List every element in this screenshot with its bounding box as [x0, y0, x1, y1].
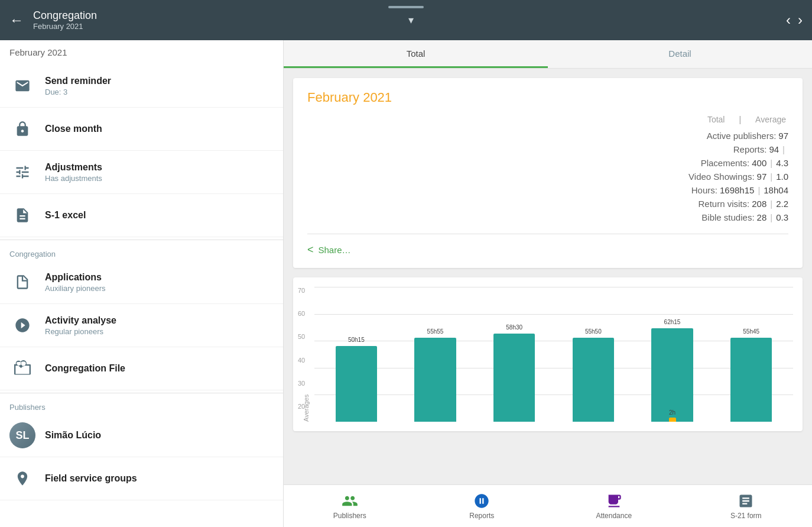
stats-row-bible: Bible studies: 28 | 0.3 [307, 211, 788, 224]
congregation-file-icon [9, 355, 35, 381]
stats-card: February 2021 Total | Average Active pub… [293, 78, 803, 268]
next-arrow[interactable]: › [798, 12, 803, 28]
sidebar-section-date: February 2021 [0, 40, 283, 64]
nav-attendance-label: Attendance [596, 512, 632, 520]
reminder-icon [9, 73, 35, 99]
nav-publishers-label: Publishers [333, 512, 366, 520]
tabs-bar: Total Detail [284, 40, 812, 69]
stats-row-reports: Reports: 94 | [307, 143, 788, 156]
activity-analyse-label: Activity analyse [45, 315, 116, 326]
bar-label-6: 55h45 [743, 328, 759, 335]
field-service-groups-text: Field service groups [45, 473, 137, 484]
publisher-name: Simão Lúcio [45, 430, 101, 441]
applications-label: Applications [45, 272, 106, 283]
video-avg: 1.0 [776, 172, 788, 182]
applications-text: Applications Auxiliary pioneers [45, 272, 106, 293]
placements-avg: 4.3 [776, 158, 788, 168]
video-label: Video Showings: [688, 172, 754, 182]
col-total-header: Total [707, 115, 725, 124]
bar-2: 55h55 [414, 338, 456, 422]
excel-icon [9, 202, 35, 228]
sidebar-item-send-reminder[interactable]: Send reminder Due: 3 [0, 64, 283, 108]
adjustments-label: Adjustments [45, 162, 102, 173]
nav-publishers[interactable]: Publishers [284, 485, 416, 527]
sidebar-item-congregation-file[interactable]: Congregation File [0, 347, 283, 390]
send-reminder-text: Send reminder Due: 3 [45, 76, 111, 96]
field-service-icon [9, 465, 35, 492]
header-title: Congregation [33, 9, 406, 22]
send-reminder-sublabel: Due: 3 [45, 88, 111, 96]
active-publishers-total: 97 [778, 131, 788, 141]
reports-total: 94 [769, 144, 779, 154]
placements-sep: | [770, 158, 772, 168]
publishers-section-label: Publishers [0, 396, 283, 414]
stats-row-video: Video Showings: 97 | 1.0 [307, 170, 788, 183]
content-area: February 2021 Total | Average Active pub… [284, 69, 812, 484]
nav-s21form[interactable]: S-21 form [680, 485, 813, 527]
send-reminder-label: Send reminder [45, 76, 111, 86]
publisher-avatar: SL [9, 422, 35, 448]
bar-label-5-small: 2h [669, 409, 675, 416]
bible-avg: 0.3 [776, 212, 788, 222]
sidebar-item-applications[interactable]: Applications Auxiliary pioneers [0, 261, 283, 304]
stats-row-placements: Placements: 400 | 4.3 [307, 156, 788, 170]
applications-icon [9, 269, 35, 295]
y-label-70: 70 [298, 287, 305, 294]
bar-group-6: 55h45 [714, 315, 788, 422]
publishers-icon [342, 493, 358, 509]
stats-row-hours: Hours: 1698h15 | 18h04 [307, 183, 788, 197]
share-button[interactable]: < Share… [307, 244, 788, 256]
sidebar-item-publisher[interactable]: SL Simão Lúcio [0, 414, 283, 457]
chart-card: Averages 70 60 50 40 30 20 [293, 277, 803, 431]
dropdown-icon[interactable]: ▾ [408, 14, 414, 27]
bottom-nav: Publishers Reports Attendance S-21 form [284, 484, 812, 527]
return-sep: | [770, 199, 772, 209]
bible-sep: | [770, 212, 772, 222]
y-label-30: 30 [298, 380, 305, 387]
bar-4: 55h50 [573, 338, 615, 422]
hours-label: Hours: [691, 185, 717, 195]
s1-excel-label: S-1 excel [45, 210, 86, 221]
prev-arrow[interactable]: ‹ [786, 12, 791, 28]
reports-label: Reports: [733, 144, 767, 154]
bar-group-5: 62h15 2h [635, 315, 710, 422]
sidebar-item-adjustments[interactable]: Adjustments Has adjustments [0, 151, 283, 194]
tab-detail[interactable]: Detail [548, 40, 812, 68]
divider-congregation [0, 240, 283, 240]
bar-group-2: 55h55 [398, 315, 473, 422]
sidebar-item-field-service-groups[interactable]: Field service groups [0, 457, 283, 500]
y-label-20: 20 [298, 403, 305, 410]
placements-label: Placements: [701, 158, 750, 168]
lock-icon [9, 116, 35, 142]
nav-reports[interactable]: Reports [416, 485, 548, 527]
chart-container: Averages 70 60 50 40 30 20 [303, 287, 793, 422]
congregation-section-label: Congregation [0, 243, 283, 261]
sidebar-item-close-month[interactable]: Close month [0, 108, 283, 151]
header-subtitle: February 2021 [33, 22, 406, 31]
applications-sublabel: Auxiliary pioneers [45, 284, 106, 293]
back-button[interactable]: ← [9, 12, 24, 28]
stats-row-active: Active publishers: 97 [307, 129, 788, 143]
y-label-50: 50 [298, 333, 305, 340]
close-month-text: Close month [45, 124, 102, 134]
sidebar-item-activity-analyse[interactable]: Activity analyse Regular pioneers [0, 304, 283, 347]
bar-6: 55h45 [730, 338, 772, 422]
nav-s21form-label: S-21 form [730, 512, 762, 520]
nav-arrows: ‹ › [786, 12, 803, 28]
stats-row-return: Return visits: 208 | 2.2 [307, 197, 788, 211]
main-content: February 2021 Send reminder Due: 3 Close… [0, 40, 812, 527]
placements-total: 400 [752, 158, 766, 168]
bible-label: Bible studies: [701, 212, 754, 222]
return-avg: 2.2 [776, 199, 788, 209]
share-label: Share… [319, 245, 351, 255]
publisher-text: Simão Lúcio [45, 430, 101, 441]
tab-total[interactable]: Total [284, 40, 548, 68]
sidebar-item-s1-excel[interactable]: S-1 excel [0, 194, 283, 237]
congregation-file-text: Congregation File [45, 363, 125, 374]
nav-attendance[interactable]: Attendance [548, 485, 680, 527]
hours-total: 1698h15 [720, 185, 754, 195]
hours-sep: | [758, 185, 760, 195]
s21form-icon [738, 493, 754, 509]
header-title-area: Congregation February 2021 [33, 9, 406, 31]
bar-group-1: 50h15 [319, 315, 394, 422]
